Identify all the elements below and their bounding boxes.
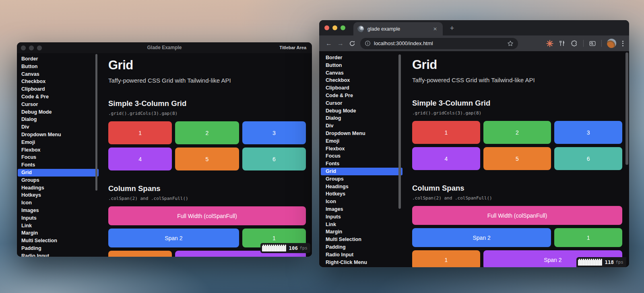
- sidebar-item[interactable]: Headings: [321, 183, 402, 191]
- grid-demo-cell: 3: [554, 121, 622, 144]
- sidebar-item[interactable]: Groups: [18, 177, 99, 184]
- menu-dots-icon[interactable]: [621, 40, 624, 47]
- sidebar-scrollbar-thumb[interactable]: [398, 54, 401, 209]
- sidebar-item[interactable]: Radio Input: [321, 251, 402, 259]
- sidebar-item-label: Padding: [326, 244, 346, 250]
- sidebar-item[interactable]: Inputs: [18, 214, 99, 222]
- sidebar-item-label: Icon: [326, 199, 336, 204]
- sidebar-item[interactable]: Grid: [18, 169, 99, 177]
- tab-title: glade example: [367, 26, 431, 32]
- zoom-window-button[interactable]: [341, 25, 345, 30]
- browser-toolbar: ← → localhost:3000/index.html: [319, 35, 629, 51]
- sidebar-item[interactable]: Hotkeys: [321, 190, 402, 198]
- address-bar[interactable]: localhost:3000/index.html: [360, 38, 518, 49]
- extensions-puzzle-icon[interactable]: [571, 40, 578, 47]
- bookmark-star-icon[interactable]: [507, 40, 514, 47]
- profile-avatar[interactable]: [607, 39, 616, 48]
- sidebar-item[interactable]: Hotkeys: [18, 191, 99, 199]
- sidebar-item[interactable]: Clipboard: [321, 84, 402, 92]
- column-spans-code: .colSpan(2) and .colSpanFull(): [412, 195, 622, 201]
- sidebar-item[interactable]: Canvas: [18, 71, 99, 78]
- sidebar-item-label: Radio Input: [21, 253, 49, 257]
- sidebar-item[interactable]: Dropdown Menu: [18, 131, 99, 139]
- close-tab-icon[interactable]: ✕: [431, 25, 439, 33]
- sidebar-item[interactable]: Link: [321, 221, 402, 229]
- sidebar-item[interactable]: Div: [321, 122, 402, 130]
- sidebar-item-label: Border: [326, 55, 342, 60]
- sidebar-item-label: Link: [326, 222, 336, 227]
- sidebar-item[interactable]: Right-Click Menu: [321, 259, 402, 266]
- page-scrollbar-thumb[interactable]: [625, 52, 628, 165]
- starburst-extension-icon[interactable]: [546, 40, 553, 47]
- sidebar-item[interactable]: Cursor: [321, 100, 402, 107]
- sidebar-item[interactable]: Focus: [321, 152, 402, 160]
- sidebar-item[interactable]: Images: [321, 206, 402, 213]
- grid-demo-cell: 4: [108, 148, 172, 170]
- sidebar-item[interactable]: Flexbox: [321, 145, 402, 153]
- sidebar-item-label: Hotkeys: [21, 192, 41, 198]
- sidebar-item[interactable]: Headings: [18, 184, 99, 192]
- sidebar-item[interactable]: Cursor: [18, 101, 99, 108]
- sidebar-scrollbar-thumb[interactable]: [95, 54, 97, 191]
- sidebar-item[interactable]: Radio Input: [18, 252, 99, 257]
- sidebar-item[interactable]: Flexbox: [18, 146, 99, 154]
- sidebar-item[interactable]: Emoji: [321, 137, 402, 145]
- sidebar-item[interactable]: Button: [321, 62, 402, 69]
- sidebar-item[interactable]: Button: [18, 63, 99, 71]
- fps-histogram: [578, 259, 602, 266]
- sidebar-item[interactable]: Multi Selection: [321, 236, 402, 243]
- sidebar-item[interactable]: Clipboard: [18, 85, 99, 93]
- sidebar-item[interactable]: Dialog: [321, 114, 402, 122]
- new-tab-button[interactable]: +: [447, 24, 457, 33]
- browser-sidebar-list: Border Button Canvas Checkbox: [319, 54, 402, 266]
- sidebar-item[interactable]: Icon: [321, 198, 402, 206]
- sidebar-item[interactable]: Checkbox: [18, 78, 99, 85]
- browser-viewport: Border Button Canvas Checkbox: [319, 51, 629, 267]
- toolbar-separator: [583, 40, 584, 47]
- column-spans-code: .colSpan(2) and .colSpanFull(): [108, 196, 306, 201]
- sidebar-item[interactable]: Margin: [321, 228, 402, 236]
- sidebar-item[interactable]: Margin: [18, 229, 99, 237]
- browser-tab[interactable]: glade example ✕: [353, 22, 443, 35]
- sidebar-item-label: Multi Selection: [21, 238, 57, 243]
- grid-cell-label: 1: [138, 130, 142, 136]
- sidebar-item[interactable]: Fonts: [321, 160, 402, 168]
- side-panel-search-icon[interactable]: [589, 40, 596, 47]
- site-info-icon[interactable]: [365, 40, 371, 46]
- grid-demo-cell: Span 2: [412, 228, 551, 247]
- sidebar-item[interactable]: Code & Pre: [321, 92, 402, 100]
- tab-strip[interactable]: glade example ✕ +: [319, 20, 629, 35]
- minimize-window-button[interactable]: [332, 25, 337, 30]
- sidebar-item[interactable]: Debug Mode: [321, 107, 402, 115]
- page-subtitle: Taffy-powered CSS Grid with Tailwind-lik…: [108, 77, 306, 84]
- sidebar-item[interactable]: Fonts: [18, 161, 99, 169]
- sidebar-item[interactable]: Code & Pre: [18, 93, 99, 101]
- sidebar-item[interactable]: Inputs: [321, 213, 402, 221]
- sidebar-item[interactable]: Border: [18, 55, 99, 63]
- sidebar-item[interactable]: Multi Selection: [18, 237, 99, 245]
- sidebar-item[interactable]: Padding: [18, 245, 99, 252]
- close-window-button[interactable]: [324, 25, 329, 30]
- utensils-extension-icon[interactable]: [559, 40, 566, 47]
- sidebar-item[interactable]: Dropdown Menu: [321, 130, 402, 137]
- sidebar-item[interactable]: Canvas: [321, 69, 402, 77]
- sidebar-item-label: Dropdown Menu: [326, 131, 365, 136]
- simple-grid-heading: Simple 3-Column Grid: [108, 99, 306, 108]
- sidebar-item[interactable]: Images: [18, 207, 99, 214]
- back-icon[interactable]: ←: [324, 39, 334, 48]
- forward-icon[interactable]: →: [336, 39, 345, 48]
- app-titlebar[interactable]: Glade Example Titlebar Area: [17, 42, 312, 53]
- sidebar-item[interactable]: Debug Mode: [18, 108, 99, 116]
- sidebar-item[interactable]: Focus: [18, 154, 99, 161]
- sidebar-item[interactable]: Checkbox: [321, 77, 402, 84]
- sidebar-item[interactable]: Link: [18, 222, 99, 230]
- sidebar-item[interactable]: Groups: [321, 175, 402, 183]
- sidebar-item[interactable]: Emoji: [18, 139, 99, 146]
- sidebar-item[interactable]: Dialog: [18, 116, 99, 123]
- sidebar-item[interactable]: Padding: [321, 243, 402, 251]
- sidebar-item[interactable]: Border: [321, 54, 402, 62]
- reload-icon[interactable]: [347, 39, 357, 48]
- sidebar-item[interactable]: Div: [18, 123, 99, 131]
- sidebar-item[interactable]: Grid: [321, 168, 402, 175]
- sidebar-item[interactable]: Icon: [18, 199, 99, 207]
